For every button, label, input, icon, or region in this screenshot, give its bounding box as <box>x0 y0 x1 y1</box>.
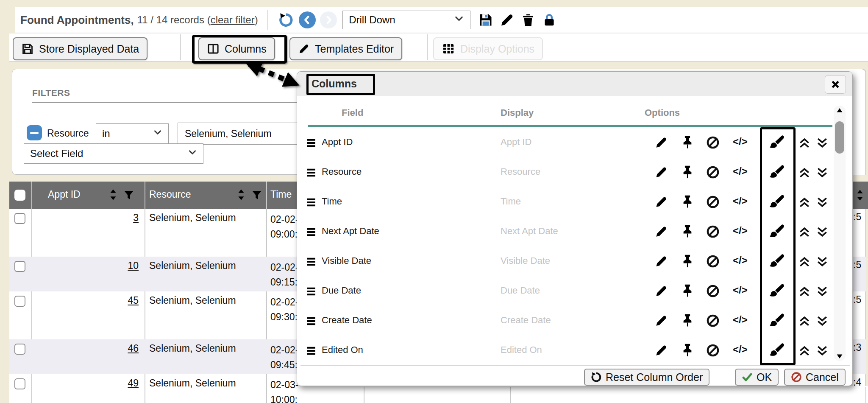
drag-handle-icon[interactable] <box>306 286 317 299</box>
table-row[interactable]: 46 Selenium, Selenium 02-02-209:45:0 <box>9 339 316 374</box>
brush-icon[interactable] <box>768 342 785 361</box>
clear-filter-link[interactable]: clear filter <box>211 14 255 25</box>
row-checkbox[interactable] <box>14 296 25 307</box>
brush-icon[interactable] <box>768 253 785 271</box>
code-icon[interactable]: </> <box>733 165 748 177</box>
drag-handle-icon[interactable] <box>306 256 317 269</box>
lock-icon[interactable] <box>541 11 558 28</box>
column-header-resource[interactable]: Resource <box>149 189 191 200</box>
table-row[interactable]: 45 Selenium, Selenium 02-02-209:30:0 <box>9 291 316 339</box>
edit-icon[interactable] <box>498 11 515 28</box>
scroll-down-icon[interactable] <box>835 352 844 362</box>
drag-handle-icon[interactable] <box>306 316 317 328</box>
pencil-icon[interactable] <box>654 284 668 299</box>
filter-funnel-icon[interactable] <box>123 189 135 204</box>
pin-icon[interactable] <box>680 165 695 181</box>
ban-icon[interactable] <box>706 165 720 181</box>
scrollbar-thumb[interactable] <box>835 121 844 154</box>
double-chevron-down-icon[interactable] <box>816 285 829 299</box>
double-chevron-down-icon[interactable] <box>816 226 829 240</box>
double-chevron-down-icon[interactable] <box>816 255 829 270</box>
double-chevron-up-icon[interactable] <box>798 226 811 240</box>
templates-editor-button[interactable]: Templates Editor <box>289 37 402 60</box>
pencil-icon[interactable] <box>654 195 668 210</box>
code-icon[interactable]: </> <box>733 284 748 296</box>
double-chevron-up-icon[interactable] <box>798 137 811 151</box>
back-icon[interactable] <box>299 11 316 28</box>
appt-id-link[interactable]: 45 <box>128 295 139 306</box>
filter-operator-select[interactable]: in <box>96 123 169 144</box>
row-checkbox[interactable] <box>14 378 25 389</box>
double-chevron-up-icon[interactable] <box>798 166 811 181</box>
cancel-button[interactable]: Cancel <box>784 369 846 386</box>
table-row[interactable]: 49 Selenium, Selenium 02-03-10:00:00 <box>9 374 316 403</box>
code-icon[interactable]: </> <box>733 225 748 237</box>
ban-icon[interactable] <box>706 225 720 240</box>
appt-id-link[interactable]: 3 <box>133 212 139 223</box>
code-icon[interactable]: </> <box>733 195 748 207</box>
ok-button[interactable]: OK <box>735 369 779 386</box>
brush-icon[interactable] <box>768 164 785 182</box>
pin-icon[interactable] <box>680 283 695 299</box>
row-checkbox[interactable] <box>14 261 25 272</box>
ban-icon[interactable] <box>706 344 720 359</box>
pin-icon[interactable] <box>680 343 695 359</box>
code-icon[interactable]: </> <box>733 344 748 355</box>
ban-icon[interactable] <box>706 195 720 210</box>
brush-icon[interactable] <box>768 283 785 301</box>
pin-icon[interactable] <box>680 313 695 329</box>
close-icon[interactable] <box>825 75 846 94</box>
sort-icon[interactable] <box>235 188 248 204</box>
reset-column-order-button[interactable]: Reset Column Order <box>584 369 709 386</box>
pin-icon[interactable] <box>680 254 695 270</box>
appt-id-link[interactable]: 10 <box>128 260 139 271</box>
code-icon[interactable]: </> <box>733 255 748 266</box>
pencil-icon[interactable] <box>654 225 668 240</box>
brush-icon[interactable] <box>768 193 785 212</box>
brush-icon[interactable] <box>768 134 785 153</box>
delete-icon[interactable] <box>520 11 537 28</box>
sort-icon[interactable] <box>107 188 120 204</box>
pin-icon[interactable] <box>680 194 695 210</box>
drag-handle-icon[interactable] <box>306 167 317 180</box>
double-chevron-down-icon[interactable] <box>816 166 829 181</box>
pencil-icon[interactable] <box>654 136 668 151</box>
pin-icon[interactable] <box>680 135 695 151</box>
table-row[interactable]: 3 Selenium, Selenium 02-02-209:00:0 <box>9 209 316 257</box>
view-select[interactable]: Drill Down <box>342 11 470 29</box>
brush-icon[interactable] <box>768 312 785 331</box>
code-icon[interactable]: </> <box>733 136 748 148</box>
ban-icon[interactable] <box>706 314 720 329</box>
double-chevron-down-icon[interactable] <box>816 137 829 151</box>
pencil-icon[interactable] <box>654 314 668 329</box>
drag-handle-icon[interactable] <box>306 345 317 358</box>
code-icon[interactable]: </> <box>733 314 748 326</box>
double-chevron-down-icon[interactable] <box>816 196 829 210</box>
select-field-dropdown[interactable]: Select Field <box>24 143 203 164</box>
filter-funnel-icon[interactable] <box>251 189 263 204</box>
ban-icon[interactable] <box>706 255 720 270</box>
pencil-icon[interactable] <box>654 255 668 270</box>
double-chevron-up-icon[interactable] <box>798 255 811 270</box>
dialog-scrollbar[interactable] <box>834 106 846 361</box>
double-chevron-down-icon[interactable] <box>816 344 829 359</box>
select-all-checkbox[interactable] <box>14 190 25 201</box>
column-header-time[interactable]: Time <box>270 189 292 200</box>
pencil-icon[interactable] <box>654 344 668 359</box>
appt-id-link[interactable]: 49 <box>128 378 139 389</box>
drag-handle-icon[interactable] <box>306 227 317 239</box>
drag-handle-icon[interactable] <box>306 197 317 210</box>
undo-icon[interactable] <box>278 11 295 28</box>
dialog-title-bar[interactable]: Columns <box>297 72 852 96</box>
scroll-up-icon[interactable] <box>835 106 844 117</box>
column-header-appt-id[interactable]: Appt ID <box>48 189 81 200</box>
appt-id-link[interactable]: 46 <box>128 343 139 354</box>
double-chevron-up-icon[interactable] <box>798 285 811 299</box>
remove-filter-minus-icon[interactable] <box>27 125 42 140</box>
pencil-icon[interactable] <box>654 165 668 181</box>
store-displayed-data-button[interactable]: Store Displayed Data <box>13 37 147 60</box>
table-row[interactable]: 10 Selenium, Selenium 02-02-209:15:0 <box>9 257 316 291</box>
ban-icon[interactable] <box>706 284 720 299</box>
columns-button[interactable]: Columns <box>198 37 275 60</box>
drag-handle-icon[interactable] <box>306 137 317 150</box>
